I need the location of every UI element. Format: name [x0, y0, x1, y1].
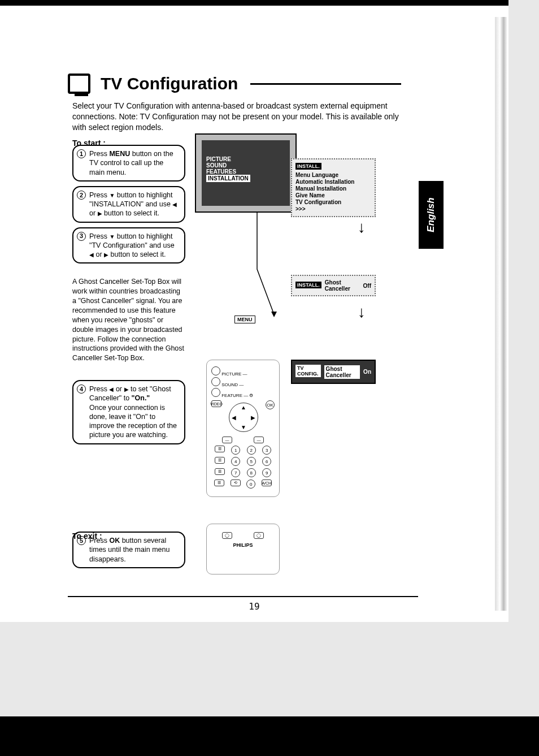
arrows-icon: >>>: [295, 206, 371, 212]
ok-button: OK: [266, 400, 275, 409]
down-arrow-icon: ↓: [358, 303, 366, 321]
scanner-edge: [0, 716, 539, 756]
step-number: 5: [77, 536, 86, 545]
keypad-btn: 5: [247, 457, 256, 466]
step-text: Press MENU button on the TV control to c…: [89, 149, 180, 177]
install-submenu: INSTALL. Menu Language Automatic Install…: [291, 158, 376, 217]
book-binding: [495, 17, 507, 611]
keypad-btn: 0: [246, 479, 255, 489]
keypad-btn: 8: [247, 468, 256, 477]
submenu-header: INSTALL.: [295, 163, 321, 170]
ghost-value: On: [363, 369, 371, 375]
remote-label: SOUND: [221, 382, 238, 387]
keypad-btn: 4: [231, 457, 240, 466]
tv-icon: [68, 74, 90, 94]
submenu-item-selected: TV Configuration: [295, 199, 371, 205]
nav-ring: ▲▼ ◀▶: [229, 403, 258, 432]
submenu-item: Manual Installation: [295, 185, 371, 192]
step-text: Press ▼ button to highlight "INSTALLATIO…: [89, 191, 180, 218]
step-5: 5 Press OK button several times until th…: [72, 532, 185, 568]
keypad-btn: 6: [262, 457, 271, 466]
page-number: 19: [249, 601, 259, 612]
remote-top: PICTURE — SOUND — FEATURE — ⚙ VIDEO ▲▼ ◀…: [206, 360, 280, 497]
keypad-btn: 2: [247, 446, 256, 455]
submenu-item: Menu Language: [295, 172, 371, 178]
submenu-item: Automatic Installation: [295, 179, 371, 185]
menu-item: PICTURE: [206, 156, 285, 162]
ghost-label: Ghost Canceller: [325, 279, 360, 292]
remote-bottom: ◯◯ PHILIPS: [206, 524, 280, 574]
keypad-btn: 1: [231, 446, 240, 455]
keypad-btn: 7: [231, 468, 240, 477]
step-text: Press OK button several times until the …: [89, 536, 180, 564]
language-label: English: [425, 197, 437, 232]
keypad-btn: 3: [262, 446, 271, 455]
step-text: Press ▼ button to highlight "TV Configur…: [89, 232, 180, 260]
footer-rule: [68, 596, 418, 597]
title-rule: [250, 83, 401, 85]
video-button: VIDEO: [211, 400, 221, 407]
connector-line: [223, 213, 308, 320]
step-1: 1 Press MENU button on the TV control to…: [72, 145, 185, 182]
top-border: [0, 0, 508, 6]
language-tab: English: [419, 181, 444, 249]
step-2: 2 Press ▼ button to highlight "INSTALLAT…: [72, 186, 185, 223]
ghost-paragraph: A Ghost Canceller Set-Top Box will work …: [72, 277, 185, 363]
menu-item-selected: INSTALLATION: [206, 175, 250, 182]
remote-label: PICTURE: [221, 371, 241, 377]
keypad-btn: 9: [262, 468, 271, 477]
step-3: 3 Press ▼ button to highlight "TV Config…: [72, 227, 185, 264]
brand-label: PHILIPS: [211, 542, 275, 548]
remote-label: FEATURE: [221, 393, 242, 398]
step-number: 2: [77, 191, 86, 200]
ghost-panel-on: TV CONFIG. Ghost Canceller On: [291, 360, 376, 384]
step-text: Press ◀ or ▶ to set "Ghost Canceller" to…: [89, 385, 180, 440]
ghost-value: Off: [363, 283, 371, 289]
ghost-label: Ghost Canceller: [324, 365, 360, 379]
menu-item: FEATURES: [206, 169, 285, 175]
page-title: TV Configuration: [101, 74, 238, 93]
step-4: 4 Press ◀ or ▶ to set "Ghost Canceller" …: [72, 380, 185, 444]
down-arrow-icon: ↓: [358, 218, 366, 236]
svg-marker-0: [271, 312, 277, 317]
step-number: 1: [77, 149, 86, 158]
step-number: 3: [77, 232, 86, 241]
tv-screen-main-menu: PICTURE SOUND FEATURES INSTALLATION: [195, 133, 297, 213]
step-number: 4: [77, 385, 86, 394]
panel-header: TV CONFIG.: [295, 365, 321, 377]
intro-paragraph: Select your TV Configuration with antenn…: [72, 101, 401, 133]
menu-item: SOUND: [206, 162, 285, 169]
menu-button-illustration: MENU: [234, 316, 255, 323]
submenu-item: Give Name: [295, 192, 371, 198]
